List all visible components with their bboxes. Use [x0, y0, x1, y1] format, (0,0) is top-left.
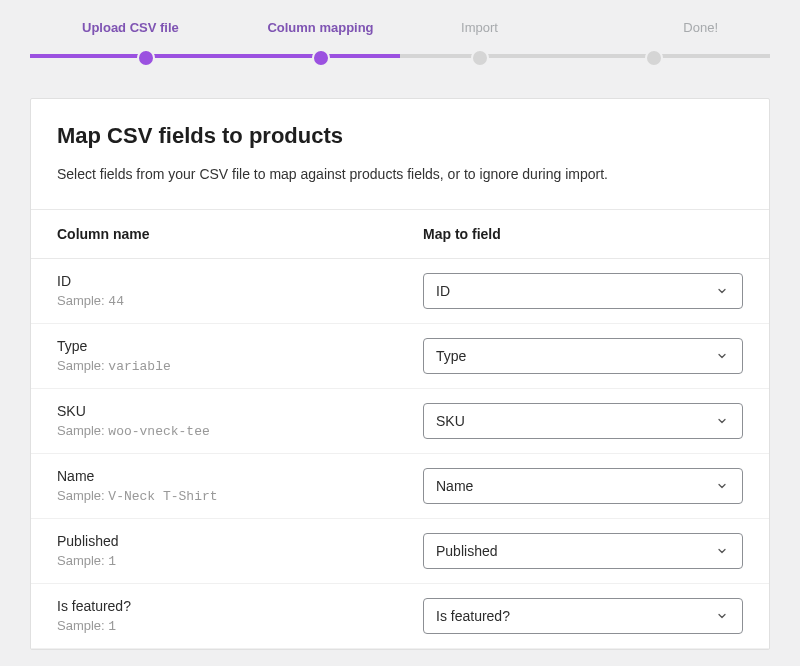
- column-sample: Sample: 44: [57, 293, 423, 309]
- select-value: Is featured?: [436, 608, 510, 624]
- column-sample: Sample: 1: [57, 553, 423, 569]
- column-sample: Sample: V-Neck T-Shirt: [57, 488, 423, 504]
- chevron-down-icon: [714, 478, 730, 494]
- map-field-select[interactable]: ID: [423, 273, 743, 309]
- step-label: Import: [400, 20, 559, 35]
- step-dot-icon: [137, 49, 155, 67]
- column-name-value: SKU: [57, 403, 423, 419]
- table-row: Name Sample: V-Neck T-Shirt Name: [31, 454, 769, 519]
- select-value: Published: [436, 543, 498, 559]
- column-sample: Sample: variable: [57, 358, 423, 374]
- chevron-down-icon: [714, 348, 730, 364]
- table-row: Type Sample: variable Type: [31, 324, 769, 389]
- column-name-value: Published: [57, 533, 423, 549]
- th-map-to-field: Map to field: [423, 226, 743, 242]
- th-column-name: Column name: [57, 226, 423, 242]
- table-row: SKU Sample: woo-vneck-tee SKU: [31, 389, 769, 454]
- map-field-select[interactable]: SKU: [423, 403, 743, 439]
- step-label: Column mapping: [241, 20, 400, 35]
- row-column-info: Name Sample: V-Neck T-Shirt: [57, 468, 423, 504]
- column-name-value: Name: [57, 468, 423, 484]
- chevron-down-icon: [714, 608, 730, 624]
- card-header: Map CSV fields to products Select fields…: [31, 99, 769, 210]
- mapping-rows: ID Sample: 44 ID Type Sample: variable T…: [31, 259, 769, 649]
- step-upload-csv[interactable]: Upload CSV file: [82, 20, 241, 43]
- sample-prefix: Sample:: [57, 618, 105, 633]
- sample-value: 1: [108, 619, 116, 634]
- step-done: Done!: [559, 20, 718, 43]
- table-row: Published Sample: 1 Published: [31, 519, 769, 584]
- stepper-progress: [30, 54, 400, 58]
- map-field-select[interactable]: Name: [423, 468, 743, 504]
- sample-prefix: Sample:: [57, 488, 105, 503]
- chevron-down-icon: [714, 413, 730, 429]
- row-column-info: SKU Sample: woo-vneck-tee: [57, 403, 423, 439]
- map-field-select[interactable]: Published: [423, 533, 743, 569]
- step-label: Done!: [559, 20, 718, 35]
- select-value: Type: [436, 348, 466, 364]
- column-sample: Sample: 1: [57, 618, 423, 634]
- sample-prefix: Sample:: [57, 358, 105, 373]
- select-value: Name: [436, 478, 473, 494]
- sample-prefix: Sample:: [57, 553, 105, 568]
- sample-value: variable: [108, 359, 170, 374]
- map-field-select[interactable]: Is featured?: [423, 598, 743, 634]
- row-column-info: ID Sample: 44: [57, 273, 423, 309]
- row-column-info: Is featured? Sample: 1: [57, 598, 423, 634]
- step-dot-icon: [645, 49, 663, 67]
- table-header: Column name Map to field: [31, 210, 769, 259]
- column-name-value: Is featured?: [57, 598, 423, 614]
- select-value: ID: [436, 283, 450, 299]
- step-column-mapping[interactable]: Column mapping: [241, 20, 400, 43]
- step-dot-icon: [312, 49, 330, 67]
- mapping-card: Map CSV fields to products Select fields…: [30, 98, 770, 650]
- sample-value: 1: [108, 554, 116, 569]
- page-title: Map CSV fields to products: [57, 123, 743, 149]
- row-column-info: Type Sample: variable: [57, 338, 423, 374]
- step-label: Upload CSV file: [82, 20, 241, 35]
- sample-prefix: Sample:: [57, 293, 105, 308]
- step-import: Import: [400, 20, 559, 43]
- column-name-value: ID: [57, 273, 423, 289]
- sample-value: V-Neck T-Shirt: [108, 489, 217, 504]
- map-field-select[interactable]: Type: [423, 338, 743, 374]
- column-sample: Sample: woo-vneck-tee: [57, 423, 423, 439]
- step-dot-icon: [471, 49, 489, 67]
- table-row: ID Sample: 44 ID: [31, 259, 769, 324]
- sample-value: woo-vneck-tee: [108, 424, 209, 439]
- sample-prefix: Sample:: [57, 423, 105, 438]
- sample-value: 44: [108, 294, 124, 309]
- row-column-info: Published Sample: 1: [57, 533, 423, 569]
- select-value: SKU: [436, 413, 465, 429]
- progress-stepper: Upload CSV file Column mapping Import Do…: [30, 20, 770, 66]
- table-row: Is featured? Sample: 1 Is featured?: [31, 584, 769, 649]
- column-name-value: Type: [57, 338, 423, 354]
- chevron-down-icon: [714, 543, 730, 559]
- chevron-down-icon: [714, 283, 730, 299]
- page-description: Select fields from your CSV file to map …: [57, 165, 743, 185]
